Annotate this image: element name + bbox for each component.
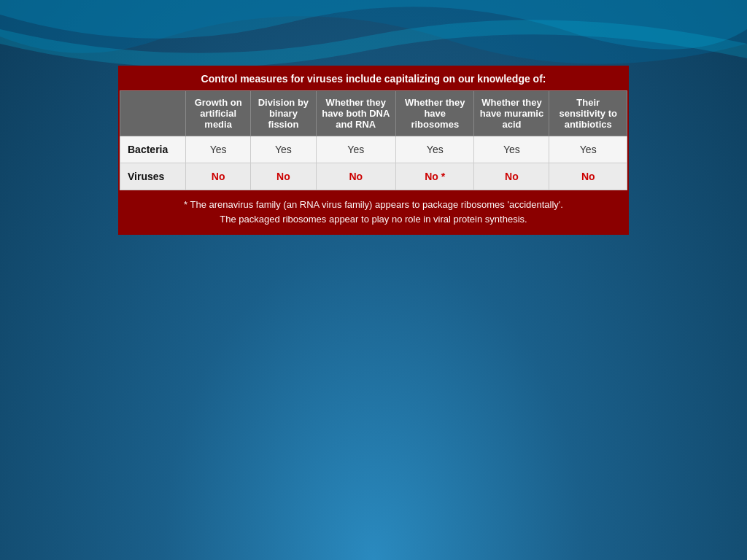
- header-muramic: Whether they have muramic acid: [474, 91, 549, 136]
- bacteria-label: Bacteria: [120, 136, 186, 163]
- bacteria-antibiotics: Yes: [549, 136, 627, 163]
- table-header-row: Growth on artificial media Division by b…: [120, 91, 627, 136]
- bacteria-ribosomes: Yes: [396, 136, 474, 163]
- comparison-table: Growth on artificial media Division by b…: [120, 90, 627, 190]
- footnote-line1: * The arenavirus family (an RNA virus fa…: [184, 199, 563, 210]
- main-content: Control measures for viruses include cap…: [118, 66, 629, 235]
- viruses-ribosomes: No *: [396, 163, 474, 190]
- header-antibiotics: Their sensitivity to antibiotics: [549, 91, 627, 136]
- viruses-muramic: No: [474, 163, 549, 190]
- bacteria-dna-rna: Yes: [316, 136, 396, 163]
- header-growth: Growth on artificial media: [186, 91, 251, 136]
- viruses-division: No: [251, 163, 316, 190]
- bacteria-muramic: Yes: [474, 136, 549, 163]
- table-title: Control measures for viruses include cap…: [120, 67, 627, 90]
- viruses-growth: No: [186, 163, 251, 190]
- bacteria-row: Bacteria Yes Yes Yes Yes Yes Yes: [120, 136, 627, 163]
- table-footnote: * The arenavirus family (an RNA virus fa…: [120, 190, 627, 233]
- header-ribosomes: Whether they have ribosomes: [396, 91, 474, 136]
- header-dna-rna: Whether they have both DNA and RNA: [316, 91, 396, 136]
- header-empty: [120, 91, 186, 136]
- viruses-dna-rna: No: [316, 163, 396, 190]
- header-division: Division by binary fission: [251, 91, 316, 136]
- viruses-antibiotics: No: [549, 163, 627, 190]
- table-container: Control measures for viruses include cap…: [118, 66, 629, 235]
- footnote-line2: The packaged ribosomes appear to play no…: [220, 214, 527, 225]
- bacteria-growth: Yes: [186, 136, 251, 163]
- viruses-row: Viruses No No No No * No No: [120, 163, 627, 190]
- viruses-label: Viruses: [120, 163, 186, 190]
- bacteria-division: Yes: [251, 136, 316, 163]
